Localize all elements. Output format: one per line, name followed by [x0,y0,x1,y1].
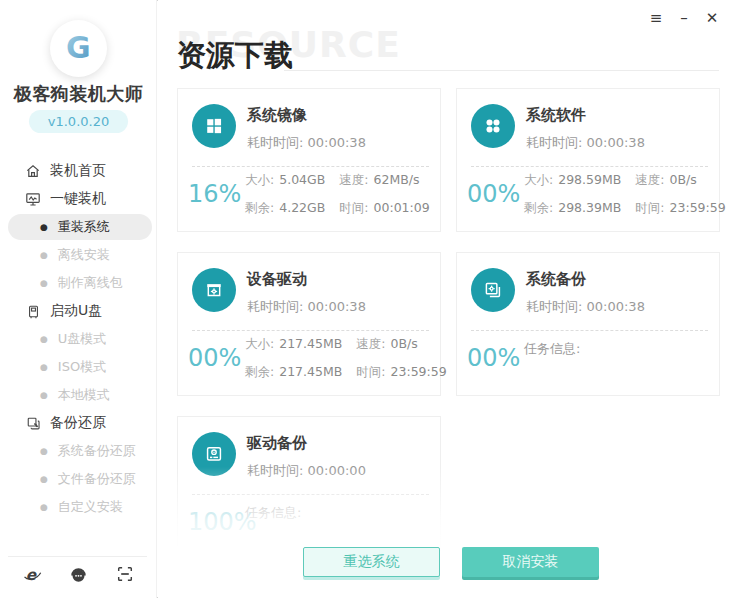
close-icon[interactable]: ✕ [704,9,720,27]
installer-window: G 极客狗装机大师 v1.0.0.20 装机首页一键装机●重装系统●离线安装●制… [0,0,737,598]
download-stats: 大小:298.59MB速度:0B/s剩余:298.39MB时间:23:59:59 [524,172,726,217]
minimize-icon[interactable]: – [676,9,692,27]
sidebar-item-label: 制作离线包 [58,274,123,292]
bullet-icon: ● [40,223,48,232]
download-stats: 大小:217.45MB速度:0B/s剩余:217.45MB时间:23:59:59 [245,336,447,381]
progress-percent: 00% [186,344,245,372]
sidebar-item-label: 重装系统 [58,218,110,236]
card-title: 系统软件 [526,106,645,125]
bullet-icon: ● [40,251,48,260]
task-info-label: 任务信息: [524,340,580,358]
app-name: 极客狗装机大师 [0,82,157,106]
card-system-backup: 系统备份耗时时间: 00:00:3800%任务信息: [456,252,720,396]
sidebar: G 极客狗装机大师 v1.0.0.20 装机首页一键装机●重装系统●离线安装●制… [0,0,157,598]
stat-item: 剩余:217.45MB [245,364,342,381]
bullet-icon: ● [40,335,48,344]
bullet-icon: ● [40,279,48,288]
stat-item: 大小:298.59MB [524,172,621,189]
sidebar-item-label: 备份还原 [50,414,106,432]
menu-icon[interactable]: ≡ [648,9,664,27]
support-headset-icon[interactable] [69,563,89,585]
sidebar-item-ISO模式[interactable]: ●ISO模式 [0,353,157,381]
sidebar-item-本地模式[interactable]: ●本地模式 [0,381,157,409]
bullet-icon: ● [40,503,48,512]
sidebar-item-备份还原[interactable]: 备份还原 [0,409,157,437]
monitor-icon [25,191,41,207]
progress-percent: 16% [186,180,245,208]
bullet-icon: ● [40,391,48,400]
sidebar-footer-icons: e [0,563,157,585]
version-badge: v1.0.0.20 [29,110,128,133]
card-title: 驱动备份 [247,434,366,453]
stat-item: 大小:5.04GB [245,172,325,189]
windows-icon [192,104,236,148]
svg-text:G: G [66,30,91,65]
sidebar-item-label: 文件备份还原 [58,470,136,488]
stat-item: 速度:0B/s [356,336,446,353]
app-logo: G [50,20,107,77]
stat-item: 时间:23:59:59 [635,200,725,217]
driver-icon [192,268,236,312]
stat-item: 速度:62MB/s [339,172,429,189]
sidebar-item-label: 一键装机 [50,190,106,208]
stat-item: 剩余:298.39MB [524,200,621,217]
card-title: 设备驱动 [247,270,366,289]
main-content: ≡–✕ RESOURCE 资源下载 系统镜像耗时时间: 00:00:3816%大… [158,0,737,598]
task-info-label: 任务信息: [245,504,301,522]
progress-percent: 00% [465,344,524,372]
sidebar-item-自定义安装[interactable]: ●自定义安装 [0,493,157,521]
sidebar-item-文件备份还原[interactable]: ●文件备份还原 [0,465,157,493]
usb-icon [25,303,41,319]
ie-browser-icon[interactable]: e [22,563,42,585]
sidebar-item-制作离线包[interactable]: ●制作离线包 [0,269,157,297]
page-title: 资源下载 [177,36,293,76]
card-device-driver: 设备驱动耗时时间: 00:00:3800%大小:217.45MB速度:0B/s剩… [177,252,441,396]
sidebar-item-label: ISO模式 [58,358,106,376]
stat-item: 速度:0B/s [635,172,725,189]
download-cards-grid: 系统镜像耗时时间: 00:00:3816%大小:5.04GB速度:62MB/s剩… [177,88,720,560]
home-icon [25,163,41,179]
sidebar-item-重装系统[interactable]: ●重装系统 [8,214,152,240]
logo-dog-icon: G [60,28,98,70]
download-stats: 大小:5.04GB速度:62MB/s剩余:4.22GB时间:00:01:09 [245,172,430,217]
stat-item: 剩余:4.22GB [245,200,325,217]
card-driver-backup: 驱动备份耗时时间: 00:00:00100%任务信息: [177,416,441,560]
elapsed-time: 耗时时间: 00:00:38 [526,134,645,152]
backup-icon [471,268,515,312]
elapsed-time: 耗时时间: 00:00:00 [247,462,366,480]
elapsed-time: 耗时时间: 00:00:38 [247,134,366,152]
sidebar-item-label: 本地模式 [58,386,110,404]
sidebar-item-label: U盘模式 [58,330,107,348]
sidebar-item-label: 启动U盘 [50,302,102,320]
progress-percent: 100% [186,508,245,536]
sidebar-item-一键装机[interactable]: 一键装机 [0,185,157,213]
card-system-image: 系统镜像耗时时间: 00:00:3816%大小:5.04GB速度:62MB/s剩… [177,88,441,232]
apps-icon [471,104,515,148]
card-system-software: 系统软件耗时时间: 00:00:3800%大小:298.59MB速度:0B/s剩… [456,88,720,232]
scan-icon[interactable] [115,563,135,585]
cancel-install-button[interactable]: 取消安装 [462,547,599,577]
bullet-icon: ● [40,475,48,484]
window-controls: ≡–✕ [648,9,720,27]
sidebar-footer-divider [8,556,147,557]
sidebar-item-启动U盘[interactable]: 启动U盘 [0,297,157,325]
sidebar-nav: 装机首页一键装机●重装系统●离线安装●制作离线包启动U盘●U盘模式●ISO模式●… [0,157,157,521]
sidebar-item-label: 离线安装 [58,246,110,264]
reselect-system-button[interactable]: 重选系统 [303,547,440,577]
sidebar-item-label: 系统备份还原 [58,442,136,460]
card-title: 系统备份 [526,270,645,289]
svg-text:e: e [25,565,37,583]
sidebar-item-系统备份还原[interactable]: ●系统备份还原 [0,437,157,465]
sidebar-item-离线安装[interactable]: ●离线安装 [0,241,157,269]
restore-icon [25,415,41,431]
title-underline [284,70,719,71]
bullet-icon: ● [40,447,48,456]
sidebar-item-label: 自定义安装 [58,498,123,516]
stat-item: 大小:217.45MB [245,336,342,353]
sidebar-item-U盘模式[interactable]: ●U盘模式 [0,325,157,353]
stat-item: 时间:23:59:59 [356,364,446,381]
sidebar-item-装机首页[interactable]: 装机首页 [0,157,157,185]
progress-percent: 00% [465,180,524,208]
bullet-icon: ● [40,363,48,372]
sidebar-item-label: 装机首页 [50,162,106,180]
